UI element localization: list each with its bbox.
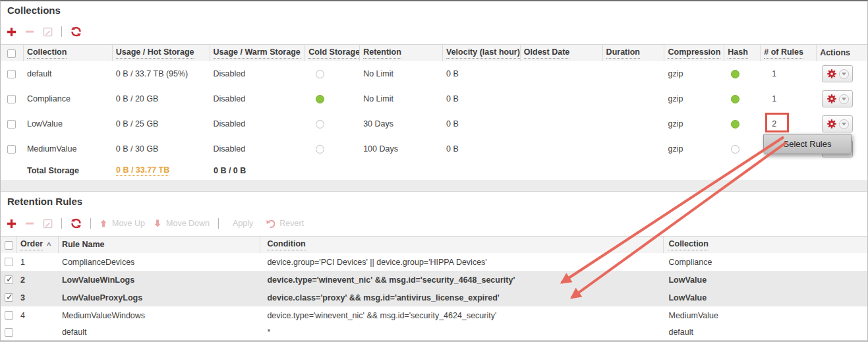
edit-rule-button[interactable] — [43, 219, 53, 229]
move-up-button[interactable]: Move Up — [100, 219, 145, 228]
col-header-num-rules[interactable]: # of Rules — [761, 45, 817, 62]
chevron-down-icon[interactable] — [839, 119, 849, 129]
hash-indicator — [731, 70, 739, 78]
col-header-cold-storage[interactable]: Cold Storage — [305, 45, 360, 62]
col-header-rule-name[interactable]: Rule Name — [59, 237, 261, 254]
rule-name: ComplianceDevices — [59, 253, 261, 271]
actions-context-menu: Select Rules — [763, 134, 852, 154]
collection-row-default[interactable]: default 0 B / 33.7 TB (95%) Disabled No … — [1, 61, 867, 87]
collection-row-lowvalue[interactable]: LowValue 0 B / 25 GB Disabled 30 Days 0 … — [1, 111, 867, 137]
hot-storage-value: 0 B / 25 GB — [113, 111, 210, 136]
col-header-hash[interactable]: Hash — [724, 45, 761, 62]
cold-storage-indicator[interactable] — [316, 145, 324, 154]
refresh-rules-button[interactable] — [71, 218, 82, 229]
rule-row-lowvaluewinlogs[interactable]: 2 LowValueWinLogs device.type='winevent_… — [1, 271, 867, 289]
total-storage-row: Total Storage 0 B / 33.77 TB 0 B / 0 B — [1, 161, 867, 181]
row-checkbox[interactable] — [7, 145, 16, 154]
plus-icon — [7, 27, 16, 37]
col-header-collection[interactable]: Collection — [24, 45, 113, 62]
rule-name: MediumValueWindows — [59, 306, 261, 324]
retention-value: 100 Days — [360, 136, 443, 161]
row-actions-button[interactable] — [822, 65, 853, 82]
col-header-order[interactable]: Order^ — [17, 237, 59, 254]
remove-collection-button[interactable] — [25, 27, 34, 36]
edit-icon — [43, 219, 53, 229]
col-header-oldest-date[interactable]: Oldest Date — [521, 45, 603, 62]
rule-order: 1 — [17, 253, 59, 271]
retention-value: No Limit — [360, 86, 443, 111]
add-rule-button[interactable] — [7, 219, 16, 229]
col-header-retention[interactable]: Retention — [360, 45, 443, 62]
rule-row-mediumvaluewindows[interactable]: 4 MediumValueWindows device.type='wineve… — [1, 306, 867, 325]
row-checkbox[interactable] — [7, 120, 16, 128]
menu-item-select-rules[interactable]: Select Rules — [764, 134, 851, 154]
toolbar-separator — [218, 218, 219, 229]
rule-row-lowvalueproxylogs[interactable]: 3 LowValueProxyLogs device.class='proxy'… — [1, 289, 867, 307]
select-all-rules-checkbox[interactable] — [5, 241, 13, 250]
apply-button[interactable]: Apply — [233, 219, 253, 228]
velocity-value: 0 B — [443, 61, 521, 86]
col-header-warm-storage[interactable]: Usage / Warm Storage — [210, 45, 306, 62]
compression-value: gzip — [664, 136, 724, 161]
gear-icon — [826, 94, 837, 104]
row-checkbox[interactable] — [7, 70, 16, 78]
chevron-down-icon[interactable] — [839, 69, 849, 79]
select-all-collections-cell — [1, 45, 24, 62]
collection-row-mediumvalue[interactable]: MediumValue 0 B / 30 GB Disabled 100 Day… — [1, 136, 867, 162]
col-header-hot-storage[interactable]: Usage / Hot Storage — [113, 45, 210, 62]
cold-storage-indicator[interactable] — [316, 95, 324, 103]
col-header-duration[interactable]: Duration — [603, 45, 665, 62]
row-checkbox[interactable] — [5, 293, 13, 302]
num-rules-value: 1 — [761, 86, 817, 111]
cold-storage-indicator[interactable] — [316, 120, 324, 128]
row-actions-button[interactable] — [822, 90, 853, 107]
minus-icon — [25, 219, 34, 228]
warm-storage-value: Disabled — [210, 86, 306, 111]
rule-row-default[interactable]: default * default — [1, 324, 867, 340]
add-collection-button[interactable] — [7, 27, 16, 37]
chevron-down-icon[interactable] — [839, 94, 849, 104]
collections-title: Collections — [7, 5, 61, 16]
hot-storage-value: 0 B / 30 GB — [113, 136, 210, 161]
toolbar-separator — [90, 218, 91, 229]
move-down-button[interactable]: Move Down — [154, 219, 210, 228]
row-checkbox[interactable] — [5, 328, 13, 337]
plus-icon — [7, 219, 16, 229]
rule-collection: Compliance — [664, 253, 867, 271]
oldest-date-value — [521, 86, 603, 111]
refresh-icon — [71, 218, 82, 229]
duration-value — [603, 61, 665, 86]
edit-icon — [43, 27, 53, 37]
row-checkbox[interactable] — [5, 311, 13, 320]
collection-row-compliance[interactable]: Compliance 0 B / 20 GB Disabled No Limit… — [1, 86, 867, 112]
select-all-collections-checkbox[interactable] — [7, 49, 16, 58]
rule-condition: device.group='PCI Devices' || device.gro… — [260, 253, 664, 271]
edit-collection-button[interactable] — [43, 27, 53, 37]
retention-table-header: Order^ Rule Name Condition Collection — [1, 236, 867, 254]
col-header-condition[interactable]: Condition — [260, 237, 664, 254]
rule-name: LowValueProxyLogs — [59, 289, 261, 306]
hot-storage-value: 0 B / 20 GB — [113, 86, 210, 111]
oldest-date-value — [521, 61, 603, 86]
rule-order: 3 — [17, 289, 59, 306]
col-header-compression[interactable]: Compression — [664, 45, 724, 62]
duration-value — [603, 136, 665, 161]
row-checkbox[interactable] — [5, 275, 13, 284]
collections-table-header: Collection Usage / Hot Storage Usage / W… — [1, 44, 867, 63]
remove-rule-button[interactable] — [25, 219, 34, 228]
revert-button[interactable]: Revert — [266, 219, 304, 228]
cold-storage-indicator[interactable] — [316, 70, 324, 78]
row-checkbox[interactable] — [5, 258, 13, 266]
row-actions-button[interactable] — [822, 115, 853, 132]
col-header-rule-collection[interactable]: Collection — [664, 237, 867, 254]
total-hot-storage-value[interactable]: 0 B / 33.77 TB — [116, 165, 169, 176]
oldest-date-value — [521, 111, 603, 136]
rule-name: default — [59, 324, 261, 340]
refresh-collections-button[interactable] — [71, 26, 82, 37]
hot-storage-value: 0 B / 33.7 TB (95%) — [113, 61, 210, 86]
rule-condition: device.class='proxy' && msg.id='antiviru… — [260, 289, 664, 306]
row-checkbox[interactable] — [7, 95, 16, 103]
rule-row-compliancedevices[interactable]: 1 ComplianceDevices device.group='PCI De… — [1, 253, 867, 271]
col-header-velocity[interactable]: Velocity (last hour) — [443, 45, 521, 62]
retention-value: No Limit — [360, 61, 443, 86]
